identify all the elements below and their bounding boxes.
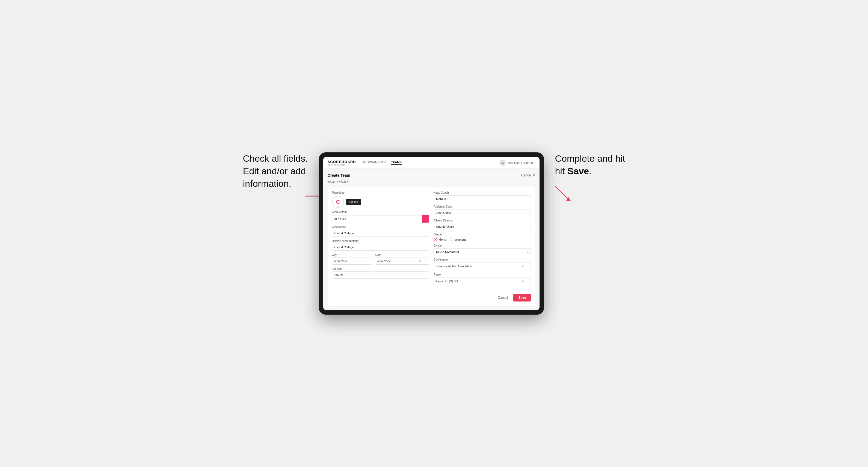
conference-chevron-button[interactable]: ⌄: [526, 265, 529, 268]
gender-mens-radio[interactable]: [434, 238, 437, 242]
team-colour-group: Team colour: [332, 211, 429, 223]
create-team-header: Create Team Cancel ✕: [328, 173, 535, 178]
display-name-group: Display name (unique): [332, 240, 429, 251]
nav-tournaments[interactable]: TOURNAMENTS: [363, 161, 386, 165]
gender-womens-label[interactable]: Womens: [450, 238, 466, 242]
zip-group: Zip code: [332, 268, 429, 279]
user-avatar: TU: [500, 160, 506, 166]
gender-mens-label[interactable]: Mens: [434, 238, 446, 242]
logo-main-text: SCOREBOARD: [328, 160, 356, 164]
chevron-down-icon: ⌄: [526, 265, 528, 268]
city-input[interactable]: [332, 257, 372, 264]
svg-line-2: [555, 186, 568, 199]
gender-womens-radio[interactable]: [450, 238, 454, 242]
region-value: Region II - (M) DIII: [435, 280, 520, 283]
form-two-col: Team logo C Upload Team colour: [332, 191, 531, 285]
logo-sub-text: Powered by clippit: [328, 164, 356, 166]
team-name-input[interactable]: [332, 230, 429, 237]
close-icon: ✕: [532, 174, 535, 177]
navbar-right: TU Test User | Sign out: [500, 160, 535, 166]
annotation-right-bold: Save: [567, 166, 589, 176]
form-right-col: Head Coach Assistant Coach Athletic Dire…: [434, 191, 531, 285]
form-footer: Cancel Save: [332, 290, 531, 302]
conference-label: Conference: [434, 258, 531, 261]
zip-label: Zip code: [332, 268, 429, 270]
head-coach-input[interactable]: [434, 195, 531, 203]
region-chevron-button[interactable]: ⌄: [526, 280, 529, 283]
athletic-director-input[interactable]: [434, 223, 531, 230]
user-name: Test User |: [508, 161, 522, 164]
chevron-down-icon: ⌄: [525, 250, 530, 253]
gender-group: Gender Mens Womens: [434, 233, 531, 242]
state-group: State ✕ ⌄: [375, 253, 429, 268]
tablet-frame: SCOREBOARD Powered by clippit TOURNAMENT…: [319, 152, 544, 315]
gender-label: Gender: [434, 233, 531, 236]
display-name-input[interactable]: [332, 244, 429, 251]
logo-upload-row: C Upload: [332, 196, 429, 208]
region-group: Region Region II - (M) DIII ✕ ⌄: [434, 273, 531, 285]
team-logo-group: Team logo C Upload: [332, 191, 429, 208]
upload-button[interactable]: Upload: [346, 199, 362, 205]
region-multi-select: Region II - (M) DIII ✕ ⌄: [434, 277, 531, 285]
state-clear-button[interactable]: ✕: [417, 259, 424, 263]
state-label: State: [375, 253, 429, 256]
left-annotation: Check all fields. Edit and/or add inform…: [243, 152, 308, 190]
logo-circle: C: [332, 196, 344, 208]
chevron-down-icon: ⌄: [526, 280, 528, 283]
team-name-group: Team name: [332, 225, 429, 237]
annotation-right-text: Complete and hit: [555, 153, 625, 164]
state-input[interactable]: [375, 258, 417, 264]
app-logo: SCOREBOARD Powered by clippit: [328, 160, 356, 166]
zip-input[interactable]: [332, 272, 429, 279]
main-content: Create Team Cancel ✕ TEAM DETAILS: [323, 169, 540, 310]
division-select-input[interactable]: NCAA Division III NCAA Division II NCAA …: [434, 249, 525, 255]
assistant-coach-label: Assistant Coach: [434, 205, 531, 208]
region-clear-button[interactable]: ✕: [521, 279, 525, 283]
annotation-left-line2: Edit and/or add: [243, 166, 306, 176]
division-label: Division: [434, 244, 531, 247]
athletic-director-group: Athletic Director: [434, 219, 531, 230]
page-title: Create Team: [328, 173, 350, 178]
assistant-coach-group: Assistant Coach: [434, 205, 531, 216]
conference-clear-button[interactable]: ✕: [521, 264, 525, 268]
division-select[interactable]: NCAA Division III NCAA Division II NCAA …: [434, 248, 531, 255]
team-name-label: Team name: [332, 225, 429, 228]
form-card: Team logo C Upload Team colour: [328, 187, 535, 306]
state-chevron-button[interactable]: ⌄: [424, 260, 429, 263]
city-state-row: City State ✕ ⌄: [332, 253, 429, 268]
head-coach-label: Head Coach: [434, 191, 531, 194]
gender-row: Mens Womens: [434, 238, 531, 242]
nav-teams[interactable]: TEAMS: [391, 161, 402, 165]
state-select: ✕ ⌄: [375, 257, 429, 264]
section-label: TEAM DETAILS: [328, 181, 535, 184]
conference-group: Conference University Athletic Associati…: [434, 258, 531, 270]
sign-out-link[interactable]: Sign out: [524, 161, 535, 164]
nav-links: TOURNAMENTS TEAMS: [363, 161, 500, 165]
division-group: Division NCAA Division III NCAA Division…: [434, 244, 531, 255]
annotation-left-line3: information.: [243, 178, 291, 189]
conference-multi-select: University Athletic Association ✕ ⌄: [434, 262, 531, 270]
athletic-director-label: Athletic Director: [434, 219, 531, 222]
save-button[interactable]: Save: [513, 294, 531, 302]
display-name-label: Display name (unique): [332, 240, 429, 243]
right-annotation: Complete and hit hit Save.: [555, 152, 625, 205]
chevron-down-icon: ⌄: [425, 260, 427, 263]
conference-value: University Athletic Association: [435, 265, 520, 268]
team-colour-input[interactable]: [332, 215, 422, 222]
colour-swatch[interactable]: [422, 215, 429, 223]
cancel-x-button[interactable]: Cancel ✕: [521, 174, 535, 177]
form-left-col: Team logo C Upload Team colour: [332, 191, 429, 285]
city-label: City: [332, 253, 372, 256]
navbar: SCOREBOARD Powered by clippit TOURNAMENT…: [323, 157, 540, 169]
right-arrow-icon: [555, 183, 577, 205]
assistant-coach-input[interactable]: [434, 209, 531, 216]
region-label: Region: [434, 273, 531, 276]
tablet-inner: SCOREBOARD Powered by clippit TOURNAMENT…: [323, 157, 540, 310]
cancel-button[interactable]: Cancel: [495, 294, 510, 301]
annotation-left-line1: Check all fields.: [243, 153, 308, 164]
colour-input-row: [332, 215, 429, 223]
team-logo-label: Team logo: [332, 191, 429, 194]
city-group: City: [332, 253, 372, 264]
team-colour-label: Team colour: [332, 211, 429, 214]
head-coach-group: Head Coach: [434, 191, 531, 203]
